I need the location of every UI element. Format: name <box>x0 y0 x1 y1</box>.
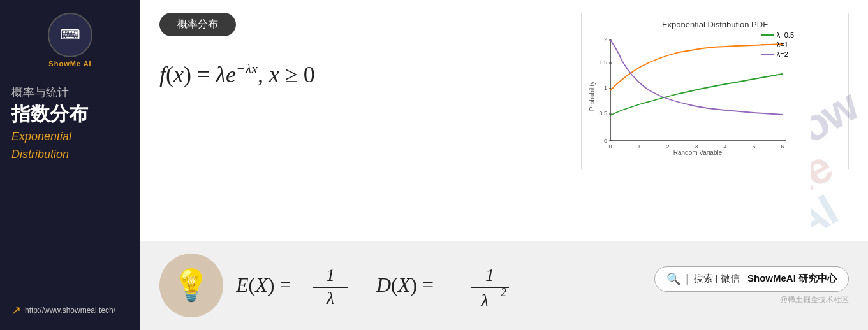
sidebar-title: 指数分布 <box>11 103 88 126</box>
search-brand-text: ShowMeAI 研究中心 <box>747 273 837 285</box>
top-section: 概率分布 f(x) = λe−λx, x ≥ 0 Exponential Dis… <box>140 0 868 241</box>
svg-text:2: 2 <box>604 36 607 43</box>
sidebar-link-area[interactable]: ↗ http://www.showmeai.tech/ <box>11 303 115 317</box>
svg-text:Random Variable: Random Variable <box>673 149 723 156</box>
sidebar-subtitle-line1: Exponential <box>11 129 71 144</box>
svg-text:2: 2 <box>666 143 669 150</box>
svg-text:4: 4 <box>723 143 726 150</box>
svg-text:5: 5 <box>752 143 755 150</box>
legend-item-1: λ=0.5 <box>761 31 794 39</box>
svg-text:6: 6 <box>781 143 784 150</box>
legend-label-2: λ=1 <box>777 41 788 48</box>
pdf-formula: f(x) = λe−λx, x ≥ 0 <box>159 49 402 99</box>
sidebar-subtitle-line2: Distribution <box>11 147 69 162</box>
svg-text:1: 1 <box>637 143 640 150</box>
svg-text:1: 1 <box>326 265 335 285</box>
logo-label: ShowMe AI <box>48 60 91 68</box>
bulb-circle: 💡 ShowMeAI <box>159 254 223 317</box>
svg-text:1: 1 <box>485 265 494 285</box>
svg-text:1: 1 <box>604 85 607 91</box>
svg-text:λ: λ <box>480 291 489 310</box>
logo-text: ShowMe AI <box>48 60 91 68</box>
svg-text:λ: λ <box>326 288 334 308</box>
sidebar-category: 概率与统计 <box>11 85 69 100</box>
legend-item-3: λ=2 <box>761 50 794 58</box>
sidebar-link[interactable]: http://www.showmeai.tech/ <box>25 306 115 315</box>
svg-text:0: 0 <box>608 143 612 150</box>
search-divider: | <box>686 272 689 285</box>
bottom-section: 💡 ShowMeAI E(X) = 1 λ D(X) = 1 λ <box>140 241 868 330</box>
sidebar: ⌨ ShowMe AI 概率与统计 指数分布 Exponential Distr… <box>0 0 140 330</box>
juejin-text: @稀土掘金技术社区 <box>780 294 849 305</box>
chart-legend: λ=0.5 λ=1 λ=2 <box>761 31 794 60</box>
svg-text:0.5: 0.5 <box>599 110 607 117</box>
legend-label-1: λ=0.5 <box>777 31 794 39</box>
svg-text:f(x) = λe−λx, x ≥ 0: f(x) = λe−λx, x ≥ 0 <box>159 61 315 87</box>
search-icon: 🔍 <box>666 272 680 286</box>
svg-text:D(X) =: D(X) = <box>376 273 434 296</box>
link-icon: ↗ <box>11 303 21 317</box>
svg-text:3: 3 <box>695 143 698 150</box>
search-prefix-text: 搜索 | 微信 <box>694 273 742 285</box>
svg-text:Probability: Probability <box>589 82 596 111</box>
main-content: Show Me AI 概率分布 f(x) = λe−λx, x ≥ 0 Expo… <box>140 0 868 330</box>
bottom-right-area: 🔍 | 搜索 | 微信 ShowMeAI 研究中心 @稀土掘金技术社区 <box>654 266 849 305</box>
svg-text:E(X) =: E(X) = <box>236 273 291 296</box>
svg-text:0: 0 <box>604 138 607 144</box>
legend-item-2: λ=1 <box>761 41 794 48</box>
logo-area: ⌨ ShowMe AI <box>11 13 129 68</box>
search-box[interactable]: 🔍 | 搜索 | 微信 ShowMeAI 研究中心 <box>654 266 849 292</box>
logo-icon: ⌨ <box>60 27 80 43</box>
bulb-watermark: ShowMeAI <box>182 275 201 296</box>
formula-area: 概率分布 f(x) = λe−λx, x ≥ 0 <box>159 13 562 99</box>
legend-label-3: λ=2 <box>777 50 788 58</box>
svg-text:2: 2 <box>501 286 506 299</box>
svg-text:1.5: 1.5 <box>599 59 607 66</box>
badge: 概率分布 <box>159 13 236 36</box>
chart-area: Exponential Distribution PDF λ=0.5 λ=1 λ… <box>581 13 849 169</box>
logo-circle: ⌨ <box>48 13 92 57</box>
stats-formulas: E(X) = 1 λ D(X) = 1 λ 2 <box>236 257 642 314</box>
chart-title: Exponential Distribution PDF <box>588 20 842 29</box>
